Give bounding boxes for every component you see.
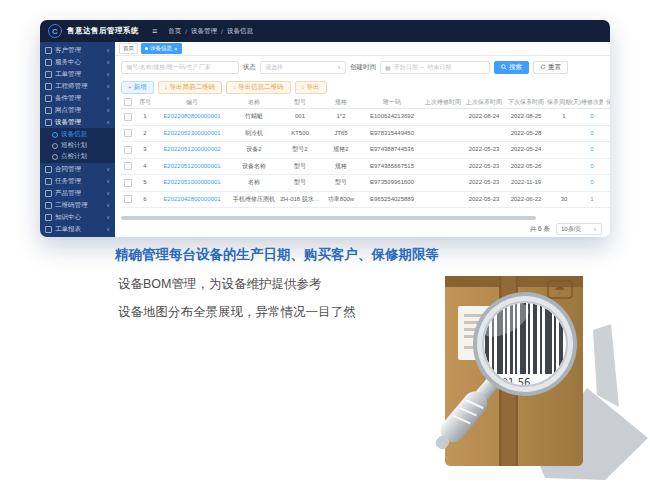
- search-icon: [501, 64, 507, 70]
- download-icon: ↓: [302, 84, 305, 90]
- table-row[interactable]: 5E2022051000000001名称型号型号E973509961600202…: [121, 175, 610, 192]
- keyword-search-input[interactable]: [121, 61, 239, 74]
- close-tab-icon[interactable]: ×: [174, 46, 178, 52]
- marketing-headline: 精确管理每台设备的生产日期、购买客户、保修期限等: [115, 246, 439, 264]
- breadcrumb-home[interactable]: 首页: [168, 27, 181, 36]
- page-size-select[interactable]: 10条/页 ∨: [556, 223, 602, 235]
- cell-repairs[interactable]: 0: [581, 142, 603, 157]
- row-checkbox[interactable]: [124, 179, 132, 187]
- cell-cycle: 30: [547, 192, 581, 207]
- row-checkbox[interactable]: [124, 129, 132, 137]
- customer-icon: [45, 47, 52, 54]
- table-row[interactable]: 1E2022080800000001竹蜻蜓0011*2E100624213692…: [121, 109, 610, 126]
- cell-spec: 1*2: [321, 109, 361, 124]
- column-header: 型号: [279, 96, 321, 108]
- cell-code[interactable]: E2022051200000002: [155, 142, 229, 157]
- column-header: 编号: [155, 96, 229, 108]
- sidebar-item-qrcode[interactable]: 二维码管理∨: [40, 199, 115, 211]
- chevron-down-icon: ∨: [106, 83, 110, 89]
- cell-last_maint: 2022-05-23: [463, 159, 505, 174]
- marketing-line-3: 设备地图分布全景展现，异常情况一目了然: [118, 304, 356, 321]
- sidebar-item-service-center[interactable]: 服务中心∨: [40, 56, 115, 68]
- cell-code[interactable]: E2022051200000001: [155, 159, 229, 174]
- row-checkbox[interactable]: [124, 113, 132, 121]
- export-simple-qr-button[interactable]: ↓ 导出简易二维码: [158, 81, 223, 94]
- column-header: 序号: [135, 96, 155, 108]
- chevron-down-icon: ∨: [106, 59, 110, 65]
- marketing-line-2: 设备BOM管理，为设备维护提供参考: [118, 276, 321, 293]
- sidebar-item-report[interactable]: 工单报表∨: [40, 223, 115, 235]
- cell-name: 竹蜻蜓: [229, 109, 279, 124]
- column-header: 保养次数: [603, 96, 610, 108]
- sidebar-item-engineer[interactable]: 工程师管理∨: [40, 80, 115, 92]
- download-icon: ↓: [233, 84, 236, 90]
- row-checkbox[interactable]: [124, 162, 132, 170]
- sidebar-submenu: 设备信息巡检计划点检计划: [40, 128, 115, 163]
- select-all-checkbox[interactable]: [124, 98, 132, 106]
- search-button[interactable]: 搜索: [494, 61, 529, 74]
- cell-code[interactable]: E2022052300000001: [155, 126, 229, 141]
- cell-repairs[interactable]: 0: [581, 109, 603, 124]
- cell-code[interactable]: E2022051000000001: [155, 175, 229, 190]
- sidebar-subitem-inspection-plan[interactable]: 巡检计划: [40, 140, 115, 151]
- table-row[interactable]: 3E2022051200000002设备2型号2规格2E974388744536…: [121, 142, 610, 159]
- cell-name: 设备2: [229, 142, 279, 157]
- row-checkbox[interactable]: [124, 195, 132, 203]
- sidebar-item-work-order[interactable]: 工单管理∨: [40, 68, 115, 80]
- tab-home[interactable]: 首页: [119, 43, 138, 54]
- add-button[interactable]: + 新增: [121, 81, 154, 94]
- spare-parts-icon: [45, 95, 52, 102]
- pagination: 共 6 条 10条/页 ∨: [115, 221, 610, 237]
- breadcrumb-equipment[interactable]: 设备管理: [191, 27, 217, 36]
- table-row[interactable]: 6E2022042800000001手机维修压测机ZH-018 脱水…功率800…: [121, 192, 610, 209]
- cell-last_maint: 2022-05-23: [463, 192, 505, 207]
- cell-name: 设备名称: [229, 159, 279, 174]
- tab-device-info[interactable]: 设备信息 ×: [141, 43, 182, 54]
- sidebar-subitem-spot-check-plan[interactable]: 点检计划: [40, 151, 115, 162]
- cell-no: 6: [135, 192, 155, 207]
- export-info-qr-button[interactable]: ↓ 导出信息二维码: [226, 81, 291, 94]
- sidebar-subitem-equipment-info[interactable]: 设备信息: [40, 129, 115, 140]
- cell-code[interactable]: E2022042800000001: [155, 192, 229, 207]
- cell-code[interactable]: E2022080800000001: [155, 109, 229, 124]
- sidebar-item-knowledge[interactable]: 知识中心∨: [40, 211, 115, 223]
- sidebar-item-task[interactable]: 任务管理∨: [40, 175, 115, 187]
- row-checkbox[interactable]: [124, 146, 132, 154]
- cell-model: KT500: [279, 126, 321, 141]
- cell-repairs[interactable]: 0: [581, 175, 603, 190]
- sidebar-item-spare-parts[interactable]: 备件管理∨: [40, 92, 115, 104]
- reset-button[interactable]: 重置: [533, 61, 568, 74]
- cell-unique: E974385667515: [361, 159, 423, 174]
- table-row[interactable]: 4E2022051200000001设备名称型号规格E9743856675152…: [121, 159, 610, 176]
- top-navbar: C 售意达售后管理系统 ≡ 首页 / 设备管理 / 设备信息: [40, 20, 610, 42]
- sidebar-item-network[interactable]: 网点管理∨: [40, 104, 115, 116]
- tabs-bar: 首页 设备信息 ×: [115, 42, 610, 56]
- cell-spec: JT65: [321, 126, 361, 141]
- date-range-picker[interactable]: ▦ 开始日期 ~ 结束日期: [380, 61, 490, 74]
- cell-model: 型号: [279, 175, 321, 190]
- sidebar-item-contract[interactable]: 合同管理∨: [40, 163, 115, 175]
- report-icon: [45, 226, 52, 233]
- cell-repairs[interactable]: 0: [581, 126, 603, 141]
- status-label: 状态: [243, 63, 256, 72]
- collapse-menu-icon[interactable]: ≡: [152, 26, 157, 36]
- scrollbar-thumb[interactable]: [121, 216, 536, 220]
- status-select[interactable]: 请选择 ∨: [260, 61, 346, 74]
- chevron-down-icon: ∨: [106, 95, 110, 101]
- horizontal-scrollbar[interactable]: [121, 216, 604, 221]
- cell-no: 1: [135, 109, 155, 124]
- network-icon: [45, 107, 52, 114]
- chevron-down-icon: ∨: [106, 47, 110, 53]
- chevron-down-icon: ∨: [106, 178, 110, 184]
- table-row[interactable]: 2E2022052300000001制冷机KT500JT65E978315449…: [121, 126, 610, 143]
- table-toolbar: + 新增 ↓ 导出简易二维码 ↓ 导出信息二维码 ↓ 导出: [115, 78, 610, 96]
- chevron-down-icon: ∨: [593, 226, 597, 232]
- cell-repairs[interactable]: 0: [581, 159, 603, 174]
- export-button[interactable]: ↓ 导出: [295, 81, 327, 94]
- sidebar-item-product[interactable]: 产品管理∨: [40, 187, 115, 199]
- sidebar-item-equipment[interactable]: 设备管理∧: [40, 116, 115, 128]
- cell-repairs[interactable]: 1: [581, 192, 603, 207]
- qrcode-icon: [45, 202, 52, 209]
- chevron-up-icon: ∧: [106, 119, 110, 125]
- sidebar-item-customer[interactable]: 客户管理∨: [40, 44, 115, 56]
